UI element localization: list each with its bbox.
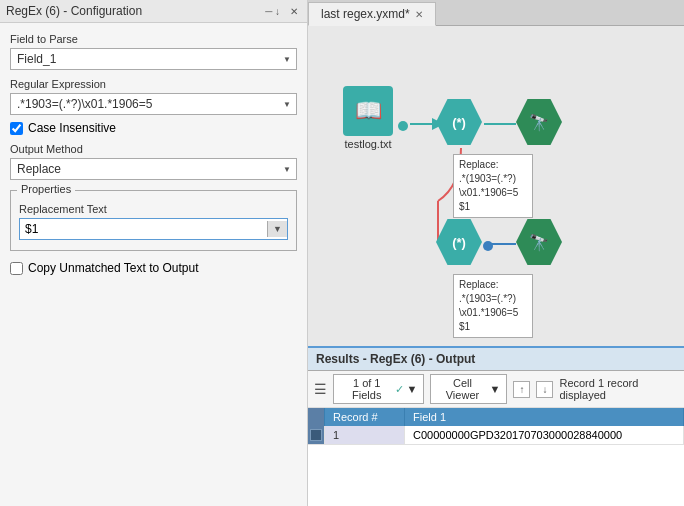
right-panel: last regex.yxmd* ✕ — [308, 0, 684, 506]
copy-unmatched-row: Copy Unmatched Text to Output — [10, 261, 297, 275]
results-data-table: Record # Field 1 1 C00000000GPD320170703… — [308, 408, 684, 445]
connector-out1 — [398, 121, 408, 131]
tooltip2-line1: Replace: — [459, 278, 527, 292]
left-panel-content: Field to Parse Field_1 Regular Expressio… — [0, 23, 307, 506]
fields-selector-btn[interactable]: 1 of 1 Fields ✓ ▼ — [333, 374, 424, 404]
browse1-node[interactable]: 🔭 — [516, 99, 562, 145]
browse2-icon: 🔭 — [529, 233, 549, 252]
input-node[interactable]: 📖 testlog.txt — [343, 86, 393, 150]
results-panel: Results - RegEx (6) - Output ☰ 1 of 1 Fi… — [308, 346, 684, 506]
left-panel: RegEx (6) - Configuration ─ ↓ ✕ Field to… — [0, 0, 308, 506]
tab-close-icon[interactable]: ✕ — [415, 9, 423, 20]
browse1-icon: 🔭 — [529, 113, 549, 132]
output-method-label: Output Method — [10, 143, 297, 155]
panel-title: RegEx (6) - Configuration — [6, 4, 142, 18]
tooltip1-line2: .*(1903=(.*?) — [459, 172, 527, 186]
tooltip-box-2: Replace: .*(1903=(.*?) \x01.*1906=5 $1 — [453, 274, 533, 338]
fields-selector-label: 1 of 1 Fields — [340, 377, 393, 401]
record-label: Record — [559, 377, 594, 389]
cell-viewer-arrow: ▼ — [490, 383, 501, 395]
properties-box: Properties Replacement Text ▼ — [10, 190, 297, 251]
field-to-parse-select[interactable]: Field_1 — [10, 48, 297, 70]
col-field1: Field 1 — [405, 408, 684, 426]
regex1-node[interactable]: (*) — [436, 99, 482, 145]
regex-select[interactable]: .*1903=(.*?)\x01.*1906=5 — [10, 93, 297, 115]
row-indicator-box — [310, 429, 322, 441]
tab-label: last regex.yxmd* — [321, 7, 410, 21]
col-record-num: Record # — [325, 408, 405, 426]
cell-viewer-label: Cell Viewer — [437, 377, 487, 401]
table-header-row: Record # Field 1 — [308, 408, 684, 426]
case-insensitive-row: Case Insensitive — [10, 121, 297, 135]
tab-bar: last regex.yxmd* ✕ — [308, 0, 684, 26]
fields-check-icon: ✓ — [395, 383, 404, 396]
results-table: Record # Field 1 1 C00000000GPD320170703… — [308, 408, 684, 506]
canvas-area: 📖 testlog.txt (*) 🔭 Replace: .*(1903=(.*… — [308, 26, 684, 346]
left-panel-header: RegEx (6) - Configuration ─ ↓ ✕ — [0, 0, 307, 23]
results-toolbar: ☰ 1 of 1 Fields ✓ ▼ Cell Viewer ▼ ↑ ↓ Re… — [308, 371, 684, 408]
replacement-text-label: Replacement Text — [19, 203, 288, 215]
replacement-text-dropdown[interactable]: ▼ — [267, 221, 287, 237]
close-icon[interactable]: ✕ — [287, 5, 301, 18]
tooltip1-line4: $1 — [459, 200, 527, 214]
record-count-value: 1 — [598, 377, 604, 389]
regex1-label: (*) — [452, 115, 466, 130]
replacement-text-input[interactable] — [20, 219, 267, 239]
results-header: Results - RegEx (6) - Output — [308, 348, 684, 371]
output-method-wrapper: Replace — [10, 158, 297, 180]
output-method-select[interactable]: Replace — [10, 158, 297, 180]
regex2-node[interactable]: (*) — [436, 219, 482, 265]
tooltip2-line4: $1 — [459, 320, 527, 334]
case-insensitive-checkbox[interactable] — [10, 122, 23, 135]
regex-label: Regular Expression — [10, 78, 297, 90]
properties-legend: Properties — [17, 183, 75, 195]
case-insensitive-label: Case Insensitive — [28, 121, 116, 135]
cell-viewer-btn[interactable]: Cell Viewer ▼ — [430, 374, 507, 404]
fields-down-icon: ▼ — [406, 383, 417, 395]
regex1-hex: (*) — [436, 99, 482, 145]
tooltip1-line3: \x01.*1906=5 — [459, 186, 527, 200]
copy-unmatched-label: Copy Unmatched Text to Output — [28, 261, 199, 275]
field-to-parse-wrapper: Field_1 — [10, 48, 297, 70]
row-indicator-cell — [308, 426, 325, 445]
tooltip1-line1: Replace: — [459, 158, 527, 172]
sort-down-btn[interactable]: ↓ — [536, 381, 553, 398]
browse2-node[interactable]: 🔭 — [516, 219, 562, 265]
record-num-cell: 1 — [325, 426, 405, 445]
tab-last-regex[interactable]: last regex.yxmd* ✕ — [308, 2, 436, 26]
record-count: Record 1 record displayed — [559, 377, 678, 401]
table-row: 1 C00000000GPD320170703000028840000 — [308, 426, 684, 445]
replacement-text-wrapper: ▼ — [19, 218, 288, 240]
regex2-hex: (*) — [436, 219, 482, 265]
browse2-hex: 🔭 — [516, 219, 562, 265]
field-to-parse-label: Field to Parse — [10, 33, 297, 45]
connector-out2 — [483, 241, 493, 251]
copy-unmatched-checkbox[interactable] — [10, 262, 23, 275]
tooltip2-line3: \x01.*1906=5 — [459, 306, 527, 320]
list-view-icon[interactable]: ☰ — [314, 381, 327, 397]
panel-header-icons: ─ ↓ ✕ — [262, 5, 301, 18]
sort-up-btn[interactable]: ↑ — [513, 381, 530, 398]
row-indicator-header — [308, 408, 325, 426]
tooltip-box-1: Replace: .*(1903=(.*?) \x01.*1906=5 $1 — [453, 154, 533, 218]
browse1-hex: 🔭 — [516, 99, 562, 145]
regex-wrapper: .*1903=(.*?)\x01.*1906=5 — [10, 93, 297, 115]
field1-cell: C00000000GPD320170703000028840000 — [405, 426, 684, 445]
pin-icon[interactable]: ─ ↓ — [262, 5, 283, 18]
tooltip2-line2: .*(1903=(.*?) — [459, 292, 527, 306]
regex2-label: (*) — [452, 235, 466, 250]
input-node-label: testlog.txt — [344, 138, 391, 150]
input-node-icon: 📖 — [355, 98, 382, 124]
